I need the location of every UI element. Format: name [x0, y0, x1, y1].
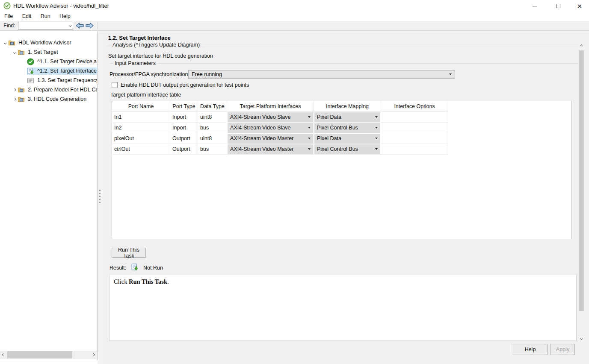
target-platform-interface-table: Port Name Port Type Data Type Target Pla… — [112, 101, 572, 239]
column-header: Data Type — [198, 101, 227, 112]
result-label: Result: — [110, 265, 126, 271]
hdl-workflow-advisor-window: HDL Workflow Advisor - video/hdl_filter … — [0, 0, 589, 364]
chevron-down-icon[interactable] — [12, 51, 18, 53]
tree-item-label: 2. Prepare Model For HDL Code — [27, 86, 98, 93]
title-bar: HDL Workflow Advisor - video/hdl_filter … — [0, 0, 589, 12]
minimize-button[interactable] — [529, 0, 540, 12]
chevron-left-icon — [2, 353, 5, 356]
tree-item-label: 1. Set Target — [27, 49, 59, 56]
port-name-cell: In1 — [112, 112, 170, 123]
chevron-down-icon[interactable] — [2, 42, 8, 44]
port-name-cell: pixelOut — [112, 133, 170, 144]
column-header: Interface Options — [381, 101, 448, 112]
interface-mapping-dropdown[interactable]: Pixel Control Bus — [314, 144, 380, 154]
tree-item-label: ^1.1. Set Target Device and — [36, 58, 98, 65]
window-title: HDL Workflow Advisor - video/hdl_filter — [13, 0, 109, 12]
chevron-right-icon — [92, 353, 95, 356]
menu-bar: File Edit Run Help — [0, 12, 589, 21]
run-this-task-button[interactable]: Run This Task — [112, 248, 146, 258]
panel-splitter[interactable] — [98, 31, 103, 364]
tree-item-1-set-target[interactable]: 1. Set Target — [12, 47, 59, 57]
find-next-button[interactable] — [85, 21, 94, 29]
dropdown-arrow-icon — [308, 138, 311, 139]
data-type-cell: bus — [198, 144, 227, 155]
find-label: Find: — [3, 21, 15, 30]
interface-options-cell — [381, 112, 448, 123]
interface-options-cell — [381, 133, 448, 144]
dropdown-arrow-icon — [375, 127, 378, 129]
tree-item-1-2-set-target-interface[interactable]: ^1.2. Set Target Interface — [27, 66, 98, 76]
workflow-tree-panel: HDL Workflow Advisor 1. Set Target ^1.1.… — [0, 31, 98, 360]
column-header: Interface Mapping — [314, 101, 381, 112]
menu-edit[interactable]: Edit — [18, 12, 36, 21]
interface-mapping-dropdown[interactable]: Pixel Data — [314, 134, 380, 144]
table-row: pixelOut Outport uint8 AXI4-Stream Video… — [112, 133, 571, 144]
target-interface-dropdown[interactable]: AXI4-Stream Video Master — [228, 144, 313, 154]
task-detail-panel: 1.2. Set Target Interface Analysis (^Tri… — [103, 31, 589, 364]
port-type-cell: Inport — [170, 123, 198, 133]
folder-icon — [18, 96, 25, 103]
test-points-checkbox[interactable] — [112, 82, 118, 88]
splitter-grip-icon — [99, 188, 101, 205]
input-parameters-label: Input Parameters — [115, 60, 156, 66]
port-type-cell: Inport — [170, 112, 198, 123]
dropdown-arrow-icon — [375, 148, 378, 150]
tree-item-1-1-set-target-device[interactable]: ^1.1. Set Target Device and — [27, 57, 98, 66]
tree-item-label: ^1.2. Set Target Interface — [36, 68, 98, 74]
test-points-checkbox-label: Enable HDL DUT output port generation fo… — [121, 82, 249, 88]
result-message-bold: Run This Task — [129, 278, 167, 285]
sync-combobox[interactable]: Free running — [188, 70, 455, 79]
scroll-left-button[interactable] — [0, 351, 7, 359]
menu-file[interactable]: File — [0, 12, 17, 21]
interface-mapping-dropdown[interactable]: Pixel Data — [314, 112, 380, 122]
scroll-up-button[interactable] — [578, 43, 584, 50]
scroll-right-button[interactable] — [90, 351, 97, 359]
tree-item-2-prepare-model[interactable]: 2. Prepare Model For HDL Code — [12, 85, 98, 94]
interface-mapping-dropdown[interactable]: Pixel Control Bus — [314, 123, 380, 133]
chevron-right-icon[interactable] — [12, 89, 18, 91]
tree-item-label: 3. HDL Code Generation — [27, 96, 88, 103]
menu-help[interactable]: Help — [56, 12, 74, 21]
folder-icon — [18, 49, 25, 56]
find-input[interactable] — [19, 23, 66, 29]
scroll-down-button[interactable] — [578, 335, 584, 342]
analysis-group-label: Analysis (^Triggers Update Diagram) — [112, 42, 200, 48]
app-status-icon — [3, 2, 11, 9]
maximize-button[interactable] — [553, 0, 564, 12]
target-interface-dropdown[interactable]: AXI4-Stream Video Master — [228, 134, 313, 144]
chevron-down-icon[interactable] — [69, 24, 71, 26]
target-interface-dropdown[interactable]: AXI4-Stream Video Slave — [228, 123, 313, 133]
close-button[interactable]: ✕ — [574, 0, 585, 12]
chevron-up-icon — [580, 45, 583, 47]
vertical-scrollbar[interactable] — [578, 43, 584, 342]
check-passed-icon — [27, 58, 34, 65]
task-not-run-icon — [131, 263, 139, 271]
help-button[interactable]: Help — [513, 344, 548, 355]
chevron-right-icon[interactable] — [12, 98, 18, 100]
data-type-cell: uint8 — [198, 133, 227, 144]
menu-run[interactable]: Run — [37, 12, 54, 21]
find-combobox[interactable] — [18, 22, 73, 29]
chevron-down-icon — [580, 337, 583, 339]
tree-item-3-hdl-code-generation[interactable]: 3. HDL Code Generation — [12, 94, 88, 104]
task-not-run-icon — [27, 68, 34, 75]
tree-item-label: HDL Workflow Advisor — [17, 39, 73, 46]
interface-options-cell — [381, 144, 448, 155]
vertical-scrollbar-thumb[interactable] — [579, 50, 584, 311]
horizontal-scrollbar[interactable] — [0, 351, 97, 359]
tree-item-root[interactable]: HDL Workflow Advisor — [2, 38, 73, 47]
horizontal-scrollbar-thumb[interactable] — [7, 351, 72, 358]
port-name-cell: In2 — [112, 123, 170, 133]
result-message-suffix: . — [167, 278, 169, 285]
dropdown-arrow-icon — [375, 116, 378, 118]
sync-label: Processor/FPGA synchronization: — [110, 71, 189, 77]
tree-item-1-3-set-target-frequency[interactable]: 1.3. Set Target Frequency — [27, 76, 98, 85]
folder-icon — [8, 39, 15, 47]
target-interface-dropdown[interactable]: AXI4-Stream Video Slave — [228, 112, 313, 122]
find-toolbar: Find: — [0, 21, 589, 31]
report-icon — [27, 77, 34, 84]
table-row: In1 Inport uint8 AXI4-Stream Video Slave… — [112, 112, 571, 123]
task-description: Set target interface for HDL code genera… — [108, 53, 213, 59]
dropdown-arrow-icon — [308, 148, 311, 150]
find-previous-button[interactable] — [75, 21, 84, 29]
